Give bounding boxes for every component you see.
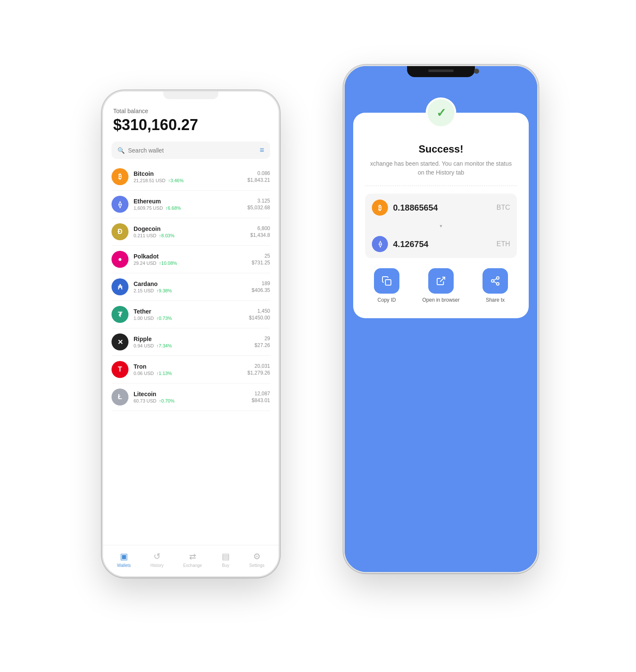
nav-item-settings[interactable]: ⚙ Settings [249, 551, 265, 568]
wallet-header: Total balance $310,160.27 [103, 101, 279, 137]
coin-change-ada: ↑9.38% [156, 288, 172, 293]
coin-amounts-trx: 20,031 $1,279.26 [248, 363, 270, 376]
exchange-arrow [365, 222, 517, 230]
coin-change-doge: ↑8.03% [159, 233, 175, 238]
coin-usd-usdt: 1.00 USD [134, 316, 154, 321]
nav-label-history: History [151, 563, 164, 568]
svg-rect-0 [385, 280, 391, 285]
coin-name-eth: Ethereum [134, 198, 243, 205]
to-ticker: ETH [497, 240, 510, 248]
bottom-nav: ▣ Wallets ↺ History ⇄ Exchange ▤ Buy ⚙ S… [103, 545, 279, 576]
action-btn-icon-open-browser [428, 268, 454, 294]
coin-price-row-dot: 29.24 USD ↑10.08% [134, 261, 247, 266]
success-check-circle: ✓ [426, 97, 456, 128]
action-btn-icon-share-tx [483, 268, 508, 294]
coin-usd-trx: 0.06 USD [134, 371, 154, 376]
to-amount: 4.126754 [393, 239, 491, 249]
phones-container: Total balance $310,160.27 🔍 ≡ ₿ Bitcoin … [85, 39, 551, 633]
coin-price-row-doge: 0.211 USD ↑8.03% [134, 233, 245, 238]
coin-change-dot: ↑10.08% [159, 261, 177, 266]
coin-name-ltc: Litecoin [134, 391, 247, 397]
coin-usd-btc: 21,218.51 USD [134, 178, 165, 183]
left-volume-up [102, 168, 103, 185]
exchange-from-row: ₿ 0.18865654 BTC [365, 194, 517, 222]
coin-amount-ada: 189 [252, 280, 270, 286]
coin-icon-dot: ● [112, 251, 128, 268]
wallet-item-ada[interactable]: ₳ Cardano 2.15 USD ↑9.38% 189 $406.35 [112, 273, 270, 301]
action-btn-copy-id[interactable]: Copy ID [374, 268, 399, 303]
wallet-item-btc[interactable]: ₿ Bitcoin 21,218.51 USD ↑3.46% 0.086 $1,… [112, 163, 270, 191]
coin-icon-doge: Ð [112, 223, 128, 240]
from-ticker: BTC [497, 204, 510, 211]
coin-change-xrp: ↑7.34% [156, 343, 172, 348]
left-phone-screen: Total balance $310,160.27 🔍 ≡ ₿ Bitcoin … [103, 92, 279, 576]
total-balance-label: Total balance [113, 108, 268, 114]
wallet-list: ₿ Bitcoin 21,218.51 USD ↑3.46% 0.086 $1,… [103, 163, 279, 545]
coin-name-trx: Tron [134, 363, 243, 370]
wallet-item-ltc[interactable]: Ł Litecoin 60.73 USD ↑0.70% 12,087 $843.… [112, 383, 270, 411]
coin-price-row-xrp: 0.94 USD ↑7.34% [134, 343, 249, 348]
coin-info-xrp: Ripple 0.94 USD ↑7.34% [134, 336, 249, 348]
nav-icon-buy: ▤ [222, 551, 230, 561]
coin-name-ada: Cardano [134, 280, 247, 287]
wallet-item-xrp[interactable]: ✕ Ripple 0.94 USD ↑7.34% 29 $27.26 [112, 328, 270, 356]
svg-line-6 [494, 279, 497, 280]
coin-value-eth: $5,032.68 [248, 205, 270, 211]
coin-info-eth: Ethereum 1,609.75 USD ↑6.68% [134, 198, 243, 211]
coin-change-eth: ↑6.68% [165, 205, 181, 211]
coin-info-btc: Bitcoin 21,218.51 USD ↑3.46% [134, 170, 243, 183]
action-buttons: Copy ID Open in browser Share tx [365, 268, 517, 303]
left-notch [163, 92, 218, 99]
svg-point-3 [491, 280, 494, 282]
coin-info-dot: Polkadot 29.24 USD ↑10.08% [134, 253, 247, 266]
coin-amount-doge: 6,800 [250, 225, 270, 231]
coin-amount-usdt: 1,450 [249, 308, 270, 314]
list-view-icon[interactable]: ≡ [259, 146, 264, 155]
coin-change-ltc: ↑0.70% [159, 398, 175, 403]
svg-point-2 [497, 277, 499, 279]
coin-name-btc: Bitcoin [134, 170, 243, 177]
coin-amounts-eth: 3.125 $5,032.68 [248, 198, 270, 211]
wallet-item-usdt[interactable]: ₮ Tether 1.00 USD ↑0.73% 1,450 $1450.00 [112, 301, 270, 328]
nav-label-settings: Settings [249, 563, 265, 568]
check-icon: ✓ [436, 106, 446, 120]
coin-info-trx: Tron 0.06 USD ↑1.13% [134, 363, 243, 376]
right-side-button [538, 159, 538, 189]
coin-usd-ltc: 60.73 USD [134, 398, 156, 403]
exchange-to-row: ⟠ 4.126754 ETH [365, 230, 517, 258]
nav-item-exchange[interactable]: ⇄ Exchange [183, 551, 202, 568]
to-coin-icon: ⟠ [372, 236, 388, 252]
coin-price-row-usdt: 1.00 USD ↑0.73% [134, 316, 244, 321]
coin-info-ada: Cardano 2.15 USD ↑9.38% [134, 280, 247, 293]
wallet-item-doge[interactable]: Ð Dogecoin 0.211 USD ↑8.03% 6,800 $1,434… [112, 218, 270, 246]
action-btn-label-copy-id: Copy ID [377, 297, 396, 303]
nav-item-history[interactable]: ↺ History [151, 551, 164, 568]
action-btn-share-tx[interactable]: Share tx [483, 268, 508, 303]
from-amount: 0.18865654 [393, 203, 491, 213]
total-balance-amount: $310,160.27 [113, 116, 268, 134]
action-btn-label-open-browser: Open in browser [422, 297, 460, 303]
wallet-item-trx[interactable]: T Tron 0.06 USD ↑1.13% 20,031 $1,279.26 [112, 356, 270, 383]
coin-price-row-ltc: 60.73 USD ↑0.70% [134, 398, 247, 403]
success-card: ✓ Success! xchange has been started. You… [353, 113, 529, 318]
coin-icon-xrp: ✕ [112, 333, 128, 350]
coin-change-btc: ↑3.46% [168, 178, 184, 183]
coin-amount-eth: 3.125 [248, 198, 270, 204]
coin-amount-xrp: 29 [254, 336, 270, 342]
svg-point-4 [497, 283, 499, 285]
nav-item-buy[interactable]: ▤ Buy [222, 551, 230, 568]
phone-left: Total balance $310,160.27 🔍 ≡ ₿ Bitcoin … [102, 90, 280, 578]
wallet-item-eth[interactable]: ⟠ Ethereum 1,609.75 USD ↑6.68% 3.125 $5,… [112, 191, 270, 218]
action-btn-open-browser[interactable]: Open in browser [422, 268, 460, 303]
search-input[interactable] [128, 147, 256, 154]
search-bar[interactable]: 🔍 ≡ [112, 142, 270, 159]
coin-value-ada: $406.35 [252, 287, 270, 293]
success-message-text: xchange has been started. You can monito… [370, 160, 512, 176]
coin-amounts-ada: 189 $406.35 [252, 280, 270, 293]
nav-icon-settings: ⚙ [253, 551, 261, 561]
coin-icon-ltc: Ł [112, 389, 128, 405]
coin-info-doge: Dogecoin 0.211 USD ↑8.03% [134, 225, 245, 238]
nav-item-wallets[interactable]: ▣ Wallets [117, 551, 131, 568]
coin-amounts-doge: 6,800 $1,434.8 [250, 225, 270, 238]
wallet-item-dot[interactable]: ● Polkadot 29.24 USD ↑10.08% 25 $731.25 [112, 246, 270, 273]
